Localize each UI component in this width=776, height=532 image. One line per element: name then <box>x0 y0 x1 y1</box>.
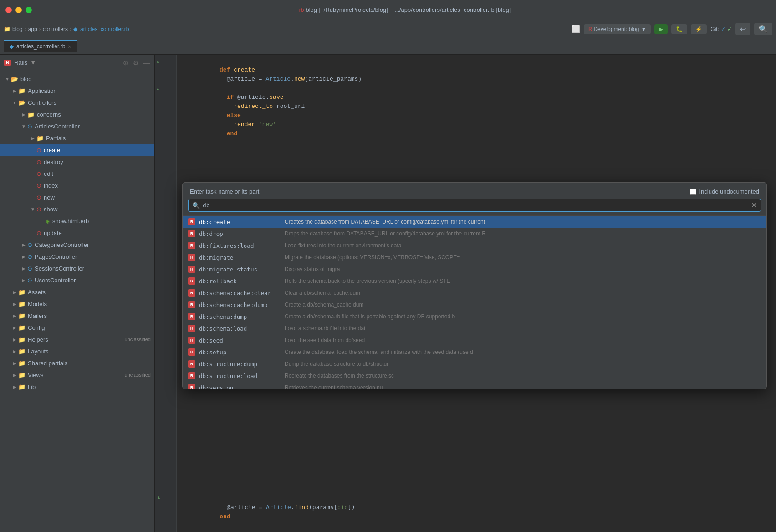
sidebar-item-mailers[interactable]: ▶ 📁 Mailers <box>0 310 154 322</box>
sidebar-item-lib[interactable]: ▶ 📁 Lib <box>0 381 154 393</box>
sidebar-item-pages-ctrl[interactable]: ▶ ⊙ PagesController <box>0 251 154 262</box>
result-item-db-schema-cache-dump[interactable]: R db:schema:cache:dump Create a db/schem… <box>183 299 766 311</box>
result-desc: Load fixtures into the current environme… <box>285 242 401 249</box>
sidebar-item-update[interactable]: ▶ ⊙ update <box>0 227 154 239</box>
sidebar-settings-button[interactable]: ⚙ <box>132 58 140 67</box>
sidebar-add-button[interactable]: ⊕ <box>122 58 129 67</box>
maximize-button[interactable] <box>26 7 32 13</box>
titlebar: rb blog [~/RubymineProjects/blog] – .../… <box>0 0 776 20</box>
result-item-db-migrate[interactable]: R db:migrate Migrate the database (optio… <box>183 251 766 263</box>
sidebar-item-controllers[interactable]: ▼ 📂 Controllers <box>0 97 154 108</box>
screen-icon[interactable]: ⬜ <box>571 25 580 33</box>
git-label: Git: <box>710 26 719 32</box>
sidebar-item-new[interactable]: ▶ ⊙ new <box>0 191 154 203</box>
sidebar-item-assets[interactable]: ▶ 📁 Assets <box>0 286 154 298</box>
tab-articles-controller[interactable]: ◆ articles_controller.rb ✕ <box>4 40 77 52</box>
arrow-icon: ▶ <box>20 254 27 259</box>
sidebar-item-helpers[interactable]: ▶ 📁 Helpers unclassified <box>0 333 154 345</box>
sidebar-item-users-ctrl[interactable]: ▶ ⊙ UsersController <box>0 274 154 286</box>
result-item-db-setup[interactable]: R db:setup Create the database, load the… <box>183 346 766 358</box>
ruby-icon: ⊙ <box>36 230 41 236</box>
result-item-db-schema-dump[interactable]: R db:schema:dump Create a db/schema.rb f… <box>183 311 766 322</box>
arrow-icon: ▶ <box>29 148 36 153</box>
result-item-db-drop[interactable]: R db:drop Drops the database from DATABA… <box>183 228 766 240</box>
sidebar-item-partials[interactable]: ▶ 📁 Partials <box>0 132 154 144</box>
result-item-db-create[interactable]: R db:create Creates the database from DA… <box>183 216 766 228</box>
search-clear-button[interactable]: ✕ <box>751 201 757 210</box>
sidebar-item-label: Partials <box>46 135 151 142</box>
minimize-button[interactable] <box>15 7 22 13</box>
result-desc: Rolls the schema back to the previous ve… <box>285 278 450 284</box>
rails-label: Rails <box>14 59 27 66</box>
sidebar-item-shared-partials[interactable]: ▶ 📁 Shared partials <box>0 357 154 369</box>
search-button[interactable]: 🔍 <box>754 23 772 35</box>
arrow-icon: ▼ <box>29 207 36 212</box>
sidebar-item-index[interactable]: ▶ ⊙ index <box>0 179 154 191</box>
result-item-db-structure-load[interactable]: R db:structure:load Recreate the databas… <box>183 370 766 382</box>
sidebar-item-label: SessionsController <box>35 265 151 272</box>
sidebar-minimize-button[interactable]: — <box>143 58 151 67</box>
rake-icon: R <box>188 325 195 332</box>
breadcrumb-app[interactable]: app <box>28 26 37 32</box>
sidebar-item-models[interactable]: ▶ 📁 Models <box>0 298 154 310</box>
include-undocumented-checkbox-area[interactable]: Include undocumented <box>690 188 759 195</box>
sidebar-item-label: Layouts <box>28 348 151 355</box>
tab-close-button[interactable]: ✕ <box>68 44 71 49</box>
sidebar-item-sessions-ctrl[interactable]: ▶ ⊙ SessionsController <box>0 262 154 274</box>
result-item-db-version[interactable]: R db:version Retrieves the current schem… <box>183 382 766 389</box>
breadcrumb-controllers[interactable]: controllers <box>43 26 68 32</box>
arrow-icon: ▶ <box>29 230 36 235</box>
undo-button[interactable]: ↩ <box>735 23 750 35</box>
file-icon: ◆ <box>73 26 77 32</box>
include-undocumented-checkbox[interactable] <box>690 189 696 195</box>
sidebar-item-views[interactable]: ▶ 📁 Views unclassified <box>0 369 154 381</box>
arrow-icon: ▶ <box>11 349 18 354</box>
run-config-button[interactable]: R Development: blog ▼ <box>584 24 651 34</box>
close-button[interactable] <box>5 7 12 13</box>
task-dialog[interactable]: Enter task name or its part: Include und… <box>182 182 767 389</box>
controller-icon: ⊙ <box>27 241 32 248</box>
arrow-icon: ▶ <box>11 384 18 389</box>
git-check-icon: ✓ <box>727 26 732 32</box>
sidebar-item-layouts[interactable]: ▶ 📁 Layouts <box>0 345 154 357</box>
sidebar-item-concerns[interactable]: ▶ 📁 concerns <box>0 108 154 120</box>
sidebar-item-label: Assets <box>28 289 151 296</box>
sidebar-item-show-html[interactable]: ▶ ◈ show.html.erb <box>0 215 154 227</box>
result-item-db-fixtures-load[interactable]: R db:fixtures:load Load fixtures into th… <box>183 240 766 251</box>
sidebar-item-label: CategoriesController <box>35 241 151 248</box>
sidebar-item-label: Controllers <box>28 99 151 106</box>
sidebar-item-label: UsersController <box>35 277 151 284</box>
result-item-db-migrate-status[interactable]: R db:migrate:status Display status of mi… <box>183 263 766 275</box>
run-button[interactable]: ▶ <box>654 24 668 34</box>
rails-badge: R <box>4 60 11 66</box>
sidebar-item-articles-controller[interactable]: ▼ ⊙ ArticlesController <box>0 120 154 132</box>
sidebar-item-blog[interactable]: ▼ 📂 blog <box>0 73 154 85</box>
result-item-db-schema-load[interactable]: R db:schema:load Load a schema.rb file i… <box>183 322 766 334</box>
debug-button[interactable]: 🐛 <box>671 24 687 34</box>
result-item-db-rollback[interactable]: R db:rollback Rolls the schema back to t… <box>183 275 766 287</box>
sidebar-actions: ⊕ ⚙ — <box>122 58 151 67</box>
task-search-bar[interactable]: 🔍 db ✕ <box>188 199 761 212</box>
search-input-display: db <box>203 202 748 209</box>
ruby-icon: ⊙ <box>36 182 41 189</box>
folder-icon: 📁 <box>18 372 26 379</box>
sidebar-item-create[interactable]: ▶ ⊙ create <box>0 144 154 156</box>
breadcrumb-blog[interactable]: blog <box>12 26 23 32</box>
rails-dropdown[interactable]: ▼ <box>30 59 36 66</box>
sidebar-item-show[interactable]: ▼ ⊙ show <box>0 203 154 215</box>
sidebar-item-categories-ctrl[interactable]: ▶ ⊙ CategoriesController <box>0 239 154 251</box>
sidebar-item-config[interactable]: ▶ 📁 Config <box>0 322 154 333</box>
folder-open-icon: 📂 <box>11 76 18 82</box>
sidebar-item-label: create <box>44 147 151 153</box>
folder-icon: 📁 <box>18 384 26 390</box>
sidebar-item-application[interactable]: ▶ 📁 Application <box>0 85 154 97</box>
result-item-db-seed[interactable]: R db:seed Load the seed data from db/see… <box>183 334 766 346</box>
breadcrumb-file[interactable]: articles_controller.rb <box>80 26 129 32</box>
rake-icon: R <box>188 301 195 308</box>
result-item-db-schema-cache-clear[interactable]: R db:schema:cache:clear Clear a db/schem… <box>183 287 766 299</box>
coverage-button[interactable]: ⚡ <box>691 24 707 34</box>
erb-icon: ◈ <box>46 218 50 225</box>
sidebar-item-edit[interactable]: ▶ ⊙ edit <box>0 168 154 179</box>
sidebar-item-destroy[interactable]: ▶ ⊙ destroy <box>0 156 154 168</box>
result-item-db-structure-dump[interactable]: R db:structure:dump Dump the database st… <box>183 358 766 370</box>
